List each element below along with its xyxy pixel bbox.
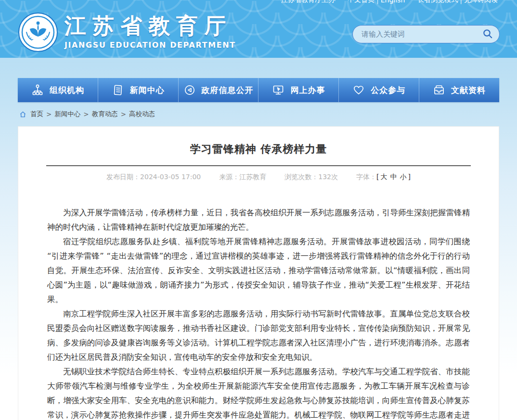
breadcrumb-separator: >	[46, 110, 52, 118]
font-size-medium-button[interactable]: 中	[390, 173, 397, 181]
home-icon	[19, 111, 26, 118]
nav-label: 新闻中心	[130, 85, 165, 96]
site-header: 江苏省教育厅主办 中文首页 | English 长者浏览模式 | 无障碍阅读	[0, 0, 517, 58]
archive-icon	[433, 84, 445, 96]
nav-item-organization[interactable]: 组织机构	[18, 78, 98, 102]
breadcrumb: 首页 > 新闻中心 > 教育动态 > 高校动态	[19, 110, 155, 118]
site-title: 江苏省教育厅	[65, 13, 236, 39]
article-title: 学习雷锋精神 传承榜样力量	[18, 142, 499, 157]
article-paragraph: 为深入开展学雷锋活动，传承榜样力量，近日，我省各高校组织开展一系列志愿服务活动，…	[47, 206, 470, 235]
org-chart-icon	[31, 84, 44, 96]
site-title-english: JIANGSU EDUCATION DEPARTMENT	[65, 40, 236, 50]
search-input[interactable]	[362, 30, 482, 39]
font-size-large-button[interactable]: 大	[380, 173, 387, 181]
site-search	[352, 25, 500, 43]
topbar-links: 江苏省教育厅主办 中文首页 | English 长者浏览模式 | 无障碍阅读	[281, 0, 498, 4]
topbar-link-host[interactable]: 江苏省教育厅主办	[281, 0, 335, 4]
search-button[interactable]	[482, 28, 493, 41]
topbar-link-accessibility[interactable]: 无障碍阅读	[464, 0, 498, 4]
nav-item-public-participation[interactable]: 公众参与	[339, 78, 419, 102]
topbar-separator: |	[460, 0, 462, 4]
article-paragraph: 宿迁学院组织志愿服务队赴乡镇、福利院等地开展雷锋精神志愿服务活动。开展雷锋故事进…	[47, 235, 470, 307]
topbar-link-elder-mode[interactable]: 长者浏览模式	[417, 0, 458, 4]
article-paragraph: 南京工程学院师生深入社区开展丰富多彩的志愿服务活动，用实际行动书写新时代雷锋故事…	[47, 307, 470, 365]
publish-date: 发布日期：2024-03-05 17:00	[106, 173, 201, 182]
view-count: 浏览次数：132次	[284, 173, 338, 182]
font-size-small-button[interactable]: 小	[400, 173, 406, 181]
online-service-icon	[272, 84, 284, 96]
breadcrumb-separator: >	[121, 110, 126, 118]
nav-label: 组织机构	[50, 85, 84, 96]
breadcrumb-item-university-trends[interactable]: 高校动态	[129, 110, 155, 118]
education-department-logo-icon	[18, 13, 58, 52]
main-navigation: 组织机构 新闻中心 政府信息公开	[18, 78, 499, 102]
breadcrumb-item-home[interactable]: 首页	[30, 110, 43, 118]
nav-label: 网上办事	[290, 85, 325, 96]
nav-item-documents[interactable]: 文献资料	[419, 78, 499, 102]
breadcrumb-separator: >	[83, 110, 89, 118]
heart-icon	[352, 84, 365, 96]
topbar-separator: |	[376, 0, 379, 4]
breadcrumb-item-news-center[interactable]: 新闻中心	[54, 110, 80, 118]
nav-label: 公众参与	[371, 85, 405, 96]
font-size-control: 字体：[大中小]	[356, 173, 411, 182]
nav-item-gov-info-disclosure[interactable]: 政府信息公开	[179, 78, 259, 102]
info-disclosure-icon	[183, 84, 196, 96]
news-doc-icon	[112, 84, 124, 96]
title-divider	[46, 165, 471, 166]
search-icon	[482, 28, 493, 41]
article-paragraph: 无锡职业技术学院结合师生特长、专业特点积极组织开展一系列志愿服务活动。学校汽车与…	[47, 365, 470, 420]
nav-item-news-center[interactable]: 新闻中心	[98, 78, 179, 102]
article-body: 为深入开展学雷锋活动，传承榜样力量，近日，我省各高校组织开展一系列志愿服务活动，…	[47, 206, 470, 420]
breadcrumb-item-education-trends[interactable]: 教育动态	[92, 110, 118, 118]
article-source: 来源：江苏教育	[219, 173, 266, 182]
article-meta: 发布日期：2024-03-05 17:00 来源：江苏教育 浏览次数：132次 …	[18, 173, 499, 182]
nav-label: 文献资料	[451, 85, 486, 96]
article-card: 学习雷锋精神 传承榜样力量 发布日期：2024-03-05 17:00 来源：江…	[18, 126, 499, 420]
topbar-link-chinese-home[interactable]: 中文首页	[348, 0, 375, 4]
nav-item-online-services[interactable]: 网上办事	[258, 78, 339, 102]
nav-label: 政府信息公开	[202, 85, 254, 96]
site-logo-and-title[interactable]: 江苏省教育厅 JIANGSU EDUCATION DEPARTMENT	[18, 13, 236, 52]
topbar-link-english[interactable]: English	[381, 0, 405, 4]
